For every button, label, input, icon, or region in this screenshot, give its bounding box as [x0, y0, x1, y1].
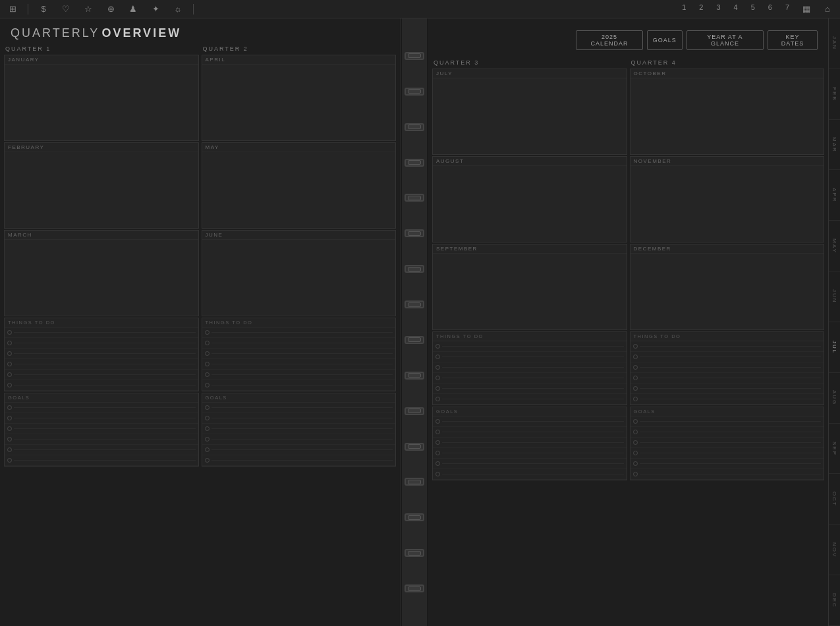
- sidebar-oct[interactable]: OCT: [829, 474, 840, 525]
- icon-home[interactable]: ⌂: [820, 2, 835, 16]
- goal-row[interactable]: [5, 413, 198, 424]
- icon-dollar[interactable]: $: [36, 2, 51, 16]
- sidebar-jul[interactable]: JUL: [829, 322, 840, 373]
- page-num-6[interactable]: 6: [765, 2, 775, 16]
- q3-todos: THINGS TO DO: [432, 331, 627, 405]
- sidebar-feb[interactable]: FEB: [829, 69, 840, 120]
- todo-circle: [205, 383, 210, 387]
- todo-row[interactable]: [630, 362, 824, 373]
- todo-row[interactable]: [433, 394, 627, 405]
- goal-row[interactable]: [433, 438, 627, 448]
- todo-row[interactable]: [5, 359, 198, 370]
- todo-row[interactable]: [5, 338, 198, 349]
- sidebar-sep[interactable]: SEP: [829, 424, 840, 474]
- goal-row[interactable]: [630, 459, 824, 469]
- todo-row[interactable]: [630, 394, 824, 405]
- key-dates-btn[interactable]: KEY DATES: [768, 30, 818, 50]
- goal-row[interactable]: [202, 403, 396, 413]
- goal-row[interactable]: [202, 424, 396, 434]
- goals-btn[interactable]: GOALS: [647, 30, 683, 50]
- page-num-3[interactable]: 3: [713, 2, 723, 16]
- todo-row[interactable]: [202, 327, 396, 338]
- sidebar-jun[interactable]: JUN: [829, 271, 840, 322]
- page-num-4[interactable]: 4: [731, 2, 741, 16]
- goal-line: [640, 463, 822, 464]
- quarter-1: QUARTER 1 JANUARY FEBRUARY MARCH THINGS …: [4, 45, 199, 623]
- goal-circle: [633, 472, 638, 476]
- goal-row[interactable]: [433, 427, 627, 438]
- todo-row[interactable]: [202, 380, 396, 391]
- icon-heart[interactable]: ♡: [59, 2, 73, 16]
- todo-circle: [205, 351, 210, 356]
- page-num-2[interactable]: 2: [696, 2, 706, 16]
- sidebar-dec[interactable]: DEC: [829, 575, 840, 626]
- goal-row[interactable]: [630, 438, 824, 448]
- todo-row[interactable]: [202, 359, 396, 370]
- icon-circle[interactable]: ⊕: [103, 2, 118, 16]
- goal-line: [640, 421, 822, 422]
- todo-row[interactable]: [433, 352, 627, 362]
- todo-circle: [435, 386, 440, 391]
- todo-row[interactable]: [202, 338, 396, 349]
- sidebar-aug[interactable]: AUG: [829, 373, 840, 424]
- sidebar-may[interactable]: MAY: [829, 221, 840, 271]
- goal-row[interactable]: [5, 434, 198, 445]
- goal-row[interactable]: [630, 469, 824, 480]
- sidebar-jan[interactable]: JAN: [829, 18, 840, 69]
- goal-row[interactable]: [202, 413, 396, 424]
- goal-row[interactable]: [202, 434, 396, 445]
- page-num-7[interactable]: 7: [782, 2, 793, 16]
- todo-row[interactable]: [5, 380, 198, 391]
- todo-row[interactable]: [630, 352, 824, 362]
- todo-circle: [7, 330, 12, 335]
- todo-row[interactable]: [630, 384, 824, 394]
- goal-row[interactable]: [630, 427, 824, 438]
- todo-row[interactable]: [202, 349, 396, 359]
- mar-content: [5, 240, 198, 316]
- sidebar-apr[interactable]: APR: [829, 170, 840, 221]
- sidebar-nov[interactable]: NOV: [829, 525, 840, 575]
- todo-row[interactable]: [202, 370, 396, 380]
- todo-row[interactable]: [433, 373, 627, 384]
- icon-grid[interactable]: ⊞: [5, 2, 20, 16]
- goal-row[interactable]: [5, 445, 198, 455]
- q2-goals-label: GOALS: [202, 393, 396, 403]
- goal-row[interactable]: [202, 455, 396, 466]
- q3-month-jul: JULY: [432, 69, 627, 155]
- icon-sparkle[interactable]: ✦: [148, 2, 163, 16]
- year-glance-btn[interactable]: YEAR AT A GLANCE: [686, 30, 764, 50]
- goal-row[interactable]: [202, 445, 396, 455]
- todo-line: [442, 388, 624, 389]
- aug-label: AUGUST: [433, 157, 627, 166]
- todo-row[interactable]: [630, 373, 824, 384]
- goal-row[interactable]: [433, 448, 627, 459]
- goal-row[interactable]: [5, 455, 198, 466]
- goal-row[interactable]: [5, 424, 198, 434]
- goal-row[interactable]: [630, 416, 824, 427]
- goal-row[interactable]: [5, 403, 198, 413]
- todo-row[interactable]: [433, 384, 627, 394]
- page-num-5[interactable]: 5: [748, 2, 758, 16]
- calendar-btn[interactable]: 2025 CALENDAR: [576, 30, 643, 50]
- todo-row[interactable]: [5, 327, 198, 338]
- q1-month-jan: JANUARY: [4, 55, 199, 141]
- goal-row[interactable]: [433, 416, 627, 427]
- icon-star[interactable]: ☆: [81, 2, 96, 16]
- todo-row[interactable]: [433, 341, 627, 352]
- todo-row[interactable]: [433, 362, 627, 373]
- q2-todos: THINGS TO DO: [202, 318, 397, 391]
- goal-line: [442, 421, 624, 422]
- goal-row[interactable]: [433, 469, 627, 480]
- icon-chess[interactable]: ♟: [126, 2, 140, 16]
- sidebar-mar[interactable]: MAR: [829, 120, 840, 171]
- quarter-4: QUARTER 4 OCTOBER NOVEMBER DECEMBER THIN…: [630, 59, 825, 623]
- goal-row[interactable]: [433, 459, 627, 469]
- page-num-1[interactable]: 1: [679, 2, 689, 16]
- todo-row[interactable]: [5, 349, 198, 359]
- todo-row[interactable]: [630, 341, 824, 352]
- todo-row[interactable]: [5, 370, 198, 380]
- icon-calendar-grid[interactable]: ▦: [799, 2, 814, 16]
- icon-bulb[interactable]: ☼: [171, 2, 185, 16]
- goal-row[interactable]: [630, 448, 824, 459]
- todo-line: [211, 364, 393, 364]
